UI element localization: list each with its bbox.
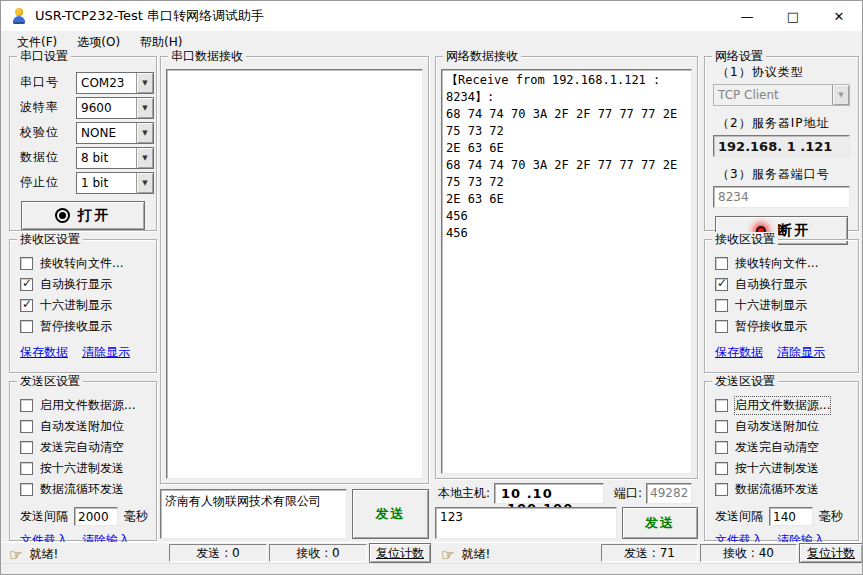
local-host-label: 本地主机:	[438, 485, 490, 502]
net-receive-to-file-checkbox[interactable]	[715, 257, 728, 270]
net-send-interval-label: 发送间隔	[715, 508, 763, 525]
clear-display-link[interactable]: 清除显示	[82, 344, 130, 361]
server-port-input[interactable]: 8234	[713, 186, 850, 208]
server-ip-input[interactable]: 192.168. 1 .121	[713, 135, 850, 157]
net-file-data-source-label[interactable]: 启用文件数据源...	[735, 397, 830, 414]
serial-send-input[interactable]: 济南有人物联网技术有限公司	[160, 489, 347, 539]
stop-bits-value: 1 bit	[77, 173, 136, 193]
serial-receive-settings-title: 接收区设置	[17, 232, 83, 246]
file-data-source-label[interactable]: 启用文件数据源...	[40, 397, 135, 414]
clear-after-send-label[interactable]: 发送完自动清空	[40, 439, 124, 456]
net-clear-after-send-label[interactable]: 发送完自动清空	[735, 439, 819, 456]
serial-receive-title: 串口数据接收	[168, 49, 246, 63]
hex-display-label[interactable]: 十六进制显示	[40, 297, 112, 314]
menu-options[interactable]: 选项(O)	[68, 32, 129, 53]
checkbox-row: 自动换行显示	[10, 274, 156, 295]
pause-receive-label[interactable]: 暂停接收显示	[40, 318, 112, 335]
receive-to-file-checkbox[interactable]	[20, 257, 33, 270]
clear-after-send-checkbox[interactable]	[20, 441, 33, 454]
local-host-row: 本地主机: 10 .10 .100.100 端口: 49282	[438, 482, 698, 504]
network-settings-title: 网络设置	[712, 49, 766, 63]
checkbox-row: 按十六进制发送	[705, 458, 858, 479]
net-send-interval-input[interactable]: 140	[769, 507, 813, 526]
net-receive-to-file-label[interactable]: 接收转向文件...	[735, 255, 818, 272]
parity-select[interactable]: NONE ▼	[76, 122, 154, 144]
net-pause-receive-checkbox[interactable]	[715, 320, 728, 333]
loop-send-checkbox[interactable]	[20, 483, 33, 496]
open-serial-label: 打开	[78, 207, 112, 225]
net-auto-send-addbit-label[interactable]: 自动发送附加位	[735, 418, 819, 435]
title-bar: USR-TCP232-Test 串口转网络调试助手 — □ ✕	[1, 1, 862, 31]
net-auto-linefeed-checkbox[interactable]	[715, 278, 728, 291]
open-serial-button[interactable]: 打开	[21, 201, 145, 230]
net-pause-receive-label[interactable]: 暂停接收显示	[735, 318, 807, 335]
pause-receive-checkbox[interactable]	[20, 320, 33, 333]
minimize-button[interactable]: —	[724, 1, 770, 31]
network-receive-area[interactable]: 【Receive from 192.168.1.121 : 8234】: 68 …	[441, 69, 692, 474]
serial-send-settings-group: 发送区设置 启用文件数据源... 自动发送附加位 发送完自动清空 按十六进制发送…	[9, 381, 157, 541]
protocol-type-value: TCP Client	[714, 85, 832, 105]
save-data-link[interactable]: 保存数据	[20, 344, 68, 361]
send-as-hex-label[interactable]: 按十六进制发送	[40, 460, 124, 477]
net-save-data-link[interactable]: 保存数据	[715, 344, 763, 361]
net-loop-send-checkbox[interactable]	[715, 483, 728, 496]
protocol-type-select: TCP Client ▼	[713, 84, 850, 106]
chevron-down-icon[interactable]: ▼	[136, 98, 153, 118]
baud-rate-select[interactable]: 9600 ▼	[76, 97, 154, 119]
checkbox-row: 发送完自动清空	[705, 437, 858, 458]
net-loop-send-label[interactable]: 数据流循环发送	[735, 481, 819, 498]
network-reset-count-button[interactable]: 复位计数	[799, 543, 863, 563]
serial-status-ready: ☞ 就绪!	[9, 546, 58, 563]
stop-bits-select[interactable]: 1 bit ▼	[76, 172, 154, 194]
hex-display-checkbox[interactable]	[20, 299, 33, 312]
serial-closed-indicator-icon	[59, 212, 66, 219]
baud-rate-value: 9600	[77, 98, 136, 118]
file-data-source-checkbox[interactable]	[20, 399, 33, 412]
network-receive-settings-group: 接收区设置 接收转向文件... 自动换行显示 十六进制显示 暂停接收显示 保存数…	[704, 239, 859, 373]
network-settings-group: 网络设置 （1）协议类型 TCP Client ▼ （2）服务器IP地址 192…	[704, 56, 859, 231]
serial-receive-group: 串口数据接收	[160, 56, 429, 484]
serial-receive-area[interactable]	[166, 69, 423, 479]
net-clear-display-link[interactable]: 清除显示	[777, 344, 825, 361]
network-send-input[interactable]: 123	[435, 507, 617, 539]
maximize-button[interactable]: □	[770, 1, 816, 31]
stop-bits-row: 停止位 1 bit ▼	[10, 170, 156, 195]
serial-reset-count-button[interactable]: 复位计数	[369, 543, 431, 563]
disconnect-label: 断开	[778, 222, 812, 240]
auto-send-addbit-checkbox[interactable]	[20, 420, 33, 433]
net-hex-display-checkbox[interactable]	[715, 299, 728, 312]
checkbox-row: 自动换行显示	[705, 274, 858, 295]
net-send-as-hex-checkbox[interactable]	[715, 462, 728, 475]
close-button[interactable]: ✕	[816, 1, 862, 31]
network-send-settings-group: 发送区设置 启用文件数据源... 自动发送附加位 发送完自动清空 按十六进制发送…	[704, 381, 859, 541]
send-as-hex-checkbox[interactable]	[20, 462, 33, 475]
chevron-down-icon[interactable]: ▼	[136, 173, 153, 193]
net-file-data-source-checkbox[interactable]	[715, 399, 728, 412]
network-send-button[interactable]: 发送	[622, 507, 698, 539]
loop-send-label[interactable]: 数据流循环发送	[40, 481, 124, 498]
serial-port-label: 串口号	[20, 74, 76, 91]
auto-linefeed-label[interactable]: 自动换行显示	[40, 276, 112, 293]
network-recv-count: 接收 : 40	[700, 544, 797, 562]
chevron-down-icon[interactable]: ▼	[136, 73, 153, 93]
net-auto-send-addbit-checkbox[interactable]	[715, 420, 728, 433]
parity-value: NONE	[77, 123, 136, 143]
serial-port-select[interactable]: COM23 ▼	[76, 72, 154, 94]
data-bits-label: 数据位	[20, 149, 76, 166]
receive-to-file-label[interactable]: 接收转向文件...	[40, 255, 123, 272]
serial-send-settings-title: 发送区设置	[17, 374, 83, 388]
send-interval-input[interactable]: 2000	[74, 507, 118, 526]
net-auto-linefeed-label[interactable]: 自动换行显示	[735, 276, 807, 293]
serial-send-button[interactable]: 发送	[352, 489, 429, 539]
checkbox-row: 十六进制显示	[10, 295, 156, 316]
data-bits-select[interactable]: 8 bit ▼	[76, 147, 154, 169]
checkbox-row: 数据流循环发送	[10, 479, 156, 500]
net-hex-display-label[interactable]: 十六进制显示	[735, 297, 807, 314]
net-clear-after-send-checkbox[interactable]	[715, 441, 728, 454]
auto-send-addbit-label[interactable]: 自动发送附加位	[40, 418, 124, 435]
chevron-down-icon[interactable]: ▼	[136, 123, 153, 143]
serial-send-button-label: 发送	[376, 505, 406, 523]
chevron-down-icon[interactable]: ▼	[136, 148, 153, 168]
net-send-as-hex-label[interactable]: 按十六进制发送	[735, 460, 819, 477]
auto-linefeed-checkbox[interactable]	[20, 278, 33, 291]
